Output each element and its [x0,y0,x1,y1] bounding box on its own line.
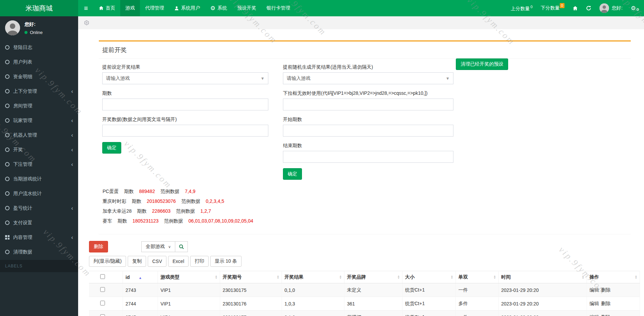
sidebar-item-funds-detail[interactable]: 资金明细 [0,69,78,84]
sidebar-greeting: 您好: [24,21,43,28]
nav-item-system[interactable]: ⚙ 系统 [205,0,232,16]
sidebar-item-bet-management[interactable]: 下注管理‹ [0,157,78,172]
nav-item-system-users[interactable]: 系统用户 [169,0,205,16]
page-length-button[interactable]: 显示 10 条 [210,256,241,267]
game-code-input[interactable] [283,99,453,110]
row-checkbox[interactable] [100,287,105,292]
circle-icon [5,162,10,166]
sort-icon: ▲▼ [215,275,218,279]
nav-item-agents[interactable]: 代理管理 [140,0,169,16]
clear-drawn-presets-button[interactable]: 清理已经开奖的预设 [456,58,508,70]
random-submit-button[interactable]: 确定 [283,168,302,180]
sidebar-item-content-management[interactable]: 内容管理‹ [0,230,78,245]
col-header-issue[interactable]: 开奖期号▲▼ [220,271,282,283]
caret-down-icon: ▼ [261,76,265,81]
sort-icon: ▲▼ [451,275,453,279]
row-checkbox[interactable] [100,301,105,305]
sidebar-toggle-icon[interactable]: ≡ [78,0,94,16]
sample-data-block: PC蛋蛋期数889482范例数据7,4,9 重庆时时彩期数20180523076… [102,189,627,224]
col-header-game-type[interactable]: 游戏类型▲▼ [158,271,220,283]
sidebar-item-robot-management[interactable]: 机器人管理‹ [0,128,78,142]
table-row: 2745 VIP1 230130177 2,1,6 薇诺娜 统货Ct+1 一件 … [89,311,640,316]
edit-link[interactable]: 编辑 [590,301,599,306]
end-issue-input[interactable] [283,151,453,163]
delete-link[interactable]: 删除 [601,287,611,293]
issue-input[interactable] [102,99,268,110]
game-select[interactable]: 请输入游戏 ▼ [283,72,453,84]
csv-button[interactable]: CSV [148,256,166,267]
sidebar-item-room-management[interactable]: 房间管理 [0,99,78,113]
col-header-brand[interactable]: 开奖品牌▲▼ [344,271,402,283]
up-score-link[interactable]: 上分数量0 [511,5,533,12]
brand-logo[interactable]: 米珈商城 [0,0,78,16]
sidebar-item-login-log[interactable]: 登陆日志 [0,40,78,55]
avatar [5,20,20,35]
edit-link[interactable]: 编辑 [590,287,599,293]
hexagon-icon[interactable] [84,20,89,25]
nav-item-bank-cards[interactable]: 银行卡管理 [261,0,295,16]
sidebar-item-player-management[interactable]: 玩家管理‹ [0,113,78,128]
lottery-data-input[interactable] [102,125,268,137]
chevron-left-icon: ‹ [71,133,73,138]
col-header-result[interactable]: 开奖结果▲▼ [282,271,344,283]
random-result-label: 提前随机生成开奖结果(适用当天,请勿隔天) [283,64,453,70]
online-dot-icon [24,31,28,34]
grid-icon [5,235,10,240]
results-table-section: 删除 全部游戏 ∨ 列(显示/隐藏) 复制 CSV Excel 打印 显示 10… [89,241,640,316]
delete-selected-button[interactable]: 删除 [89,241,108,252]
sidebar-item-score-management[interactable]: 上下分管理‹ [0,84,78,99]
sidebar-item-profit-loss-stats[interactable]: 盈亏统计‹ [0,201,78,215]
user-icon [174,6,179,11]
print-button[interactable]: 打印 [190,256,209,267]
nav-item-games[interactable]: 游戏 [120,0,140,16]
start-issue-input[interactable] [283,125,453,137]
col-header-time[interactable]: 时间▲▼ [498,271,587,283]
preset-submit-button[interactable]: 确定 [102,142,121,154]
top-navbar: 米珈商城 ≡ 首页 游戏 代理管理 系统用户 ⚙ 系统 预设开奖 银行卡管理 上… [0,0,644,16]
refresh-icon[interactable] [586,5,591,11]
game-code-label: 下拉框无效时使用(代码[VIP1=>bj28,VIP2=>jnd28,=>cqs… [283,90,453,96]
sidebar-item-current-game-stats[interactable]: 当期游戏统计 [0,172,78,186]
breadcrumb-bar [78,16,644,29]
search-button[interactable] [175,241,188,252]
circle-icon [5,45,10,50]
game-filter-select[interactable]: 全部游戏 ∨ [141,241,175,252]
settings-cogs-icon[interactable]: ⚙⚙ [631,5,639,11]
delete-link[interactable]: 删除 [601,301,611,306]
delete-link[interactable]: 删除 [601,314,611,316]
random-generate-form: 提前随机生成开奖结果(适用当天,请勿隔天) 请输入游戏 ▼ 下拉框无效时使用(代… [283,62,453,180]
issue-label: 期数 [102,90,268,96]
columns-toggle-button[interactable]: 列(显示/隐藏) [89,256,126,267]
sidebar-item-user-list[interactable]: 用户列表 [0,55,78,69]
col-header-parity[interactable]: 单双▲▼ [455,271,498,283]
chevron-left-icon: ‹ [71,235,73,240]
circle-icon [5,60,10,64]
sidebar-item-lottery[interactable]: 开奖‹ [0,142,78,157]
sidebar-item-user-flow-stats[interactable]: 用户流水统计 [0,186,78,201]
sample-line: PC蛋蛋期数889482范例数据7,4,9 [103,189,627,195]
up-score-badge: 0 [531,5,533,9]
row-checkbox[interactable] [100,314,105,316]
lottery-data-label: 开奖数据(数据之间用英文逗号隔开) [102,117,268,123]
user-menu[interactable]: 您好: [600,3,623,13]
nav-item-preset-lottery[interactable]: 预设开奖 [232,0,261,16]
col-header-actions[interactable]: 操作▲▼ [587,271,640,283]
sort-icon: ▲▼ [339,275,342,279]
game-select[interactable]: 请输入游戏 ▼ [102,72,268,84]
edit-link[interactable]: 编辑 [590,314,599,316]
circle-icon [5,177,10,181]
down-score-link[interactable]: 下分数量0 [541,5,565,11]
excel-button[interactable]: Excel [168,256,189,267]
copy-button[interactable]: 复制 [128,256,146,267]
circle-icon [5,206,10,210]
col-header-size[interactable]: 大小▲▼ [402,271,455,283]
avatar [600,3,609,13]
sidebar-item-clean-data[interactable]: 清理数据 [0,245,78,259]
circle-icon [5,250,10,254]
col-header-id[interactable]: id▲ [123,271,158,283]
home-shortcut-icon[interactable] [573,6,578,11]
nav-item-home[interactable]: 首页 [94,0,120,16]
select-all-checkbox[interactable] [100,274,105,279]
sidebar-item-payment-settings[interactable]: 支付设置 [0,215,78,230]
preset-lottery-panel: 提前开奖 清理已经开奖的预设 提前设定开奖结果 请输入游戏 ▼ 期数 [99,40,631,234]
